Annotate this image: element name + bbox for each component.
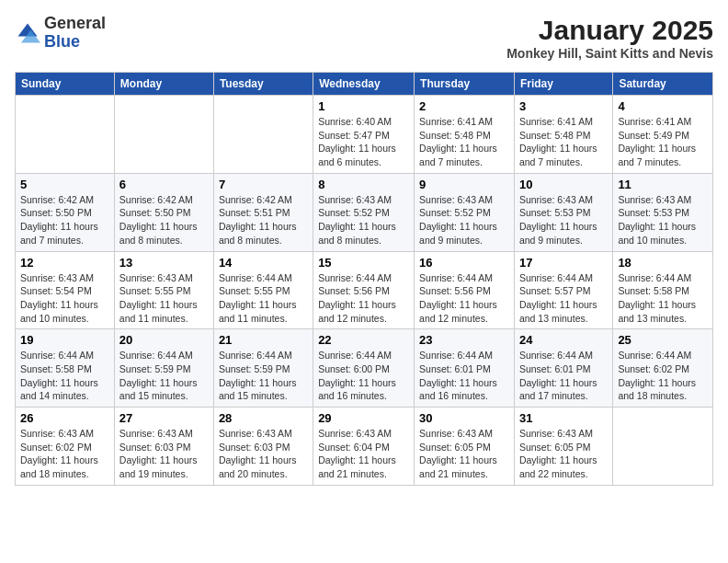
- calendar-cell: 17Sunrise: 6:44 AM Sunset: 5:57 PM Dayli…: [514, 251, 612, 329]
- day-info: Sunrise: 6:44 AM Sunset: 5:59 PM Dayligh…: [219, 349, 308, 403]
- day-info: Sunrise: 6:40 AM Sunset: 5:47 PM Dayligh…: [318, 115, 409, 169]
- page-header: General Blue January 2025 Monkey Hill, S…: [15, 15, 713, 61]
- day-number: 12: [20, 256, 109, 270]
- logo-blue: Blue: [44, 32, 80, 51]
- weekday-header: Thursday: [415, 73, 515, 96]
- calendar-cell: 2Sunrise: 6:41 AM Sunset: 5:48 PM Daylig…: [415, 96, 515, 174]
- day-number: 13: [119, 256, 209, 270]
- day-info: Sunrise: 6:42 AM Sunset: 5:50 PM Dayligh…: [119, 193, 209, 247]
- day-info: Sunrise: 6:43 AM Sunset: 6:04 PM Dayligh…: [318, 427, 409, 481]
- day-number: 25: [618, 333, 708, 347]
- calendar-week-row: 5Sunrise: 6:42 AM Sunset: 5:50 PM Daylig…: [16, 173, 713, 251]
- calendar-cell: 7Sunrise: 6:42 AM Sunset: 5:51 PM Daylig…: [213, 173, 313, 251]
- logo-icon: [15, 20, 40, 46]
- weekday-header: Saturday: [613, 73, 713, 96]
- calendar-week-row: 26Sunrise: 6:43 AM Sunset: 6:02 PM Dayli…: [16, 408, 713, 486]
- calendar-cell: 27Sunrise: 6:43 AM Sunset: 6:03 PM Dayli…: [114, 408, 213, 486]
- day-number: 29: [318, 411, 409, 425]
- calendar-cell: 28Sunrise: 6:43 AM Sunset: 6:03 PM Dayli…: [213, 408, 313, 486]
- day-info: Sunrise: 6:43 AM Sunset: 5:55 PM Dayligh…: [119, 271, 209, 326]
- calendar-cell: 12Sunrise: 6:43 AM Sunset: 5:54 PM Dayli…: [16, 251, 115, 329]
- calendar-cell: 19Sunrise: 6:44 AM Sunset: 5:58 PM Dayli…: [16, 329, 115, 408]
- calendar-cell: 30Sunrise: 6:43 AM Sunset: 6:05 PM Dayli…: [415, 408, 515, 486]
- day-number: 27: [119, 411, 209, 425]
- day-info: Sunrise: 6:43 AM Sunset: 5:52 PM Dayligh…: [318, 193, 409, 247]
- calendar-cell: 11Sunrise: 6:43 AM Sunset: 5:53 PM Dayli…: [613, 173, 713, 251]
- day-number: 10: [519, 178, 608, 191]
- day-number: 18: [618, 256, 708, 270]
- calendar-cell: 3Sunrise: 6:41 AM Sunset: 5:48 PM Daylig…: [514, 96, 612, 174]
- calendar-cell: 24Sunrise: 6:44 AM Sunset: 6:01 PM Dayli…: [514, 329, 612, 408]
- calendar-cell: 10Sunrise: 6:43 AM Sunset: 5:53 PM Dayli…: [514, 173, 612, 251]
- day-number: 22: [318, 333, 409, 347]
- day-number: 3: [519, 99, 608, 113]
- calendar-header-row: SundayMondayTuesdayWednesdayThursdayFrid…: [16, 73, 713, 96]
- calendar-cell: 5Sunrise: 6:42 AM Sunset: 5:50 PM Daylig…: [16, 173, 115, 251]
- calendar-cell: 25Sunrise: 6:44 AM Sunset: 6:02 PM Dayli…: [613, 329, 713, 408]
- logo-text: General Blue: [44, 15, 106, 52]
- day-number: 9: [419, 178, 509, 191]
- day-info: Sunrise: 6:43 AM Sunset: 6:05 PM Dayligh…: [419, 427, 509, 481]
- day-number: 30: [419, 411, 509, 425]
- day-info: Sunrise: 6:43 AM Sunset: 5:53 PM Dayligh…: [519, 193, 608, 247]
- day-info: Sunrise: 6:41 AM Sunset: 5:48 PM Dayligh…: [519, 115, 608, 169]
- day-number: 26: [20, 411, 109, 425]
- day-info: Sunrise: 6:43 AM Sunset: 6:05 PM Dayligh…: [519, 427, 608, 481]
- calendar-cell: [114, 96, 213, 174]
- calendar-cell: [613, 408, 713, 486]
- calendar-cell: [213, 96, 313, 174]
- calendar-week-row: 12Sunrise: 6:43 AM Sunset: 5:54 PM Dayli…: [16, 251, 713, 329]
- calendar-cell: 8Sunrise: 6:43 AM Sunset: 5:52 PM Daylig…: [313, 173, 415, 251]
- day-info: Sunrise: 6:44 AM Sunset: 5:59 PM Dayligh…: [119, 349, 209, 403]
- day-info: Sunrise: 6:43 AM Sunset: 5:52 PM Dayligh…: [419, 193, 509, 247]
- day-number: 17: [519, 256, 608, 270]
- day-number: 23: [419, 333, 509, 347]
- day-number: 20: [119, 333, 209, 347]
- day-number: 5: [20, 178, 109, 191]
- day-info: Sunrise: 6:41 AM Sunset: 5:49 PM Dayligh…: [618, 115, 708, 169]
- calendar-cell: 13Sunrise: 6:43 AM Sunset: 5:55 PM Dayli…: [114, 251, 213, 329]
- calendar-cell: 6Sunrise: 6:42 AM Sunset: 5:50 PM Daylig…: [114, 173, 213, 251]
- day-info: Sunrise: 6:43 AM Sunset: 5:54 PM Dayligh…: [20, 271, 109, 326]
- day-number: 31: [519, 411, 608, 425]
- day-info: Sunrise: 6:44 AM Sunset: 5:58 PM Dayligh…: [20, 349, 109, 403]
- calendar-cell: 26Sunrise: 6:43 AM Sunset: 6:02 PM Dayli…: [16, 408, 115, 486]
- calendar-cell: 4Sunrise: 6:41 AM Sunset: 5:49 PM Daylig…: [613, 96, 713, 174]
- calendar-cell: 1Sunrise: 6:40 AM Sunset: 5:47 PM Daylig…: [313, 96, 415, 174]
- logo-general: General: [44, 14, 106, 32]
- calendar-cell: 20Sunrise: 6:44 AM Sunset: 5:59 PM Dayli…: [114, 329, 213, 408]
- day-info: Sunrise: 6:43 AM Sunset: 6:03 PM Dayligh…: [219, 427, 308, 481]
- day-number: 28: [219, 411, 308, 425]
- day-number: 1: [318, 99, 409, 113]
- day-number: 8: [318, 178, 409, 191]
- day-info: Sunrise: 6:43 AM Sunset: 6:02 PM Dayligh…: [20, 427, 109, 481]
- weekday-header: Monday: [114, 73, 213, 96]
- day-info: Sunrise: 6:44 AM Sunset: 5:58 PM Dayligh…: [618, 271, 708, 326]
- day-number: 11: [618, 178, 708, 191]
- day-info: Sunrise: 6:44 AM Sunset: 6:01 PM Dayligh…: [519, 349, 608, 403]
- logo: General Blue: [15, 15, 106, 52]
- day-number: 21: [219, 333, 308, 347]
- weekday-header: Sunday: [16, 73, 115, 96]
- day-info: Sunrise: 6:44 AM Sunset: 6:00 PM Dayligh…: [318, 349, 409, 403]
- calendar-cell: 15Sunrise: 6:44 AM Sunset: 5:56 PM Dayli…: [313, 251, 415, 329]
- day-info: Sunrise: 6:43 AM Sunset: 6:03 PM Dayligh…: [119, 427, 209, 481]
- day-info: Sunrise: 6:44 AM Sunset: 5:56 PM Dayligh…: [318, 271, 409, 326]
- title-block: January 2025 Monkey Hill, Saint Kitts an…: [506, 15, 713, 61]
- day-info: Sunrise: 6:43 AM Sunset: 5:53 PM Dayligh…: [618, 193, 708, 247]
- month-title: January 2025: [506, 15, 713, 46]
- location: Monkey Hill, Saint Kitts and Nevis: [506, 46, 713, 61]
- day-number: 4: [618, 99, 708, 113]
- calendar-cell: 9Sunrise: 6:43 AM Sunset: 5:52 PM Daylig…: [415, 173, 515, 251]
- day-number: 19: [20, 333, 109, 347]
- weekday-header: Tuesday: [213, 73, 313, 96]
- day-number: 24: [519, 333, 608, 347]
- day-number: 2: [419, 99, 509, 113]
- calendar-cell: 29Sunrise: 6:43 AM Sunset: 6:04 PM Dayli…: [313, 408, 415, 486]
- day-info: Sunrise: 6:44 AM Sunset: 5:55 PM Dayligh…: [219, 271, 308, 326]
- day-info: Sunrise: 6:44 AM Sunset: 6:02 PM Dayligh…: [618, 349, 708, 403]
- day-number: 16: [419, 256, 509, 270]
- calendar-cell: 16Sunrise: 6:44 AM Sunset: 5:56 PM Dayli…: [415, 251, 515, 329]
- calendar-cell: 22Sunrise: 6:44 AM Sunset: 6:00 PM Dayli…: [313, 329, 415, 408]
- day-info: Sunrise: 6:44 AM Sunset: 5:57 PM Dayligh…: [519, 271, 608, 326]
